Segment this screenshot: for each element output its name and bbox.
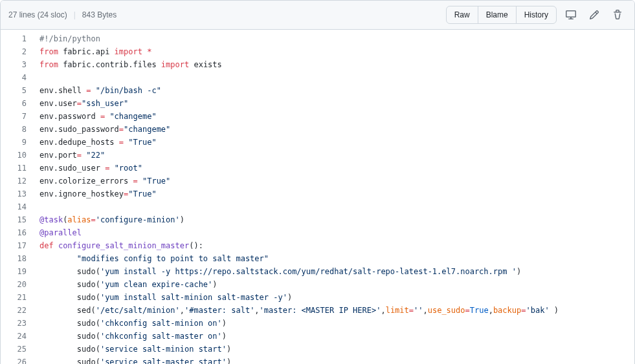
code-line: [39, 200, 634, 213]
code-line: env.password = "changeme": [39, 110, 634, 123]
blame-button[interactable]: Blame: [478, 6, 517, 24]
line-number[interactable]: 12: [1, 175, 27, 187]
line-number[interactable]: 11: [1, 162, 27, 175]
divider: |: [74, 10, 76, 19]
code-line: sudo('yum clean expire-cache'): [39, 278, 634, 291]
file-viewer: 27 lines (24 sloc) | 843 Bytes Raw Blame…: [0, 0, 635, 364]
button-group: Raw Blame History: [446, 6, 557, 24]
lines-count: 27 lines (24 sloc): [8, 10, 67, 19]
code-line: @task(alias='configure-minion'): [39, 213, 634, 226]
line-number[interactable]: 16: [1, 226, 27, 239]
file-actions: Raw Blame History: [446, 6, 627, 24]
line-number[interactable]: 14: [1, 200, 27, 213]
line-number[interactable]: 13: [1, 187, 27, 200]
line-number[interactable]: 8: [1, 123, 27, 136]
line-number[interactable]: 18: [1, 252, 27, 265]
code-line: sudo('service salt-minion start'): [39, 343, 634, 356]
code-line: sudo('chkconfig salt-minion on'): [39, 317, 634, 330]
code-content[interactable]: #!/bin/pythonfrom fabric.api import *fro…: [33, 30, 634, 364]
code-line: env.shell = "/bin/bash -c": [39, 84, 634, 97]
line-number[interactable]: 2: [1, 45, 27, 58]
code-line: def configure_salt_minion_master():: [39, 239, 634, 252]
line-number[interactable]: 26: [1, 356, 27, 364]
code-line: sudo('yum install salt-minion salt-maste…: [39, 291, 634, 304]
code-line: "modifies config to point to salt master…: [39, 252, 634, 265]
line-number[interactable]: 19: [1, 265, 27, 278]
line-number[interactable]: 10: [1, 149, 27, 162]
code-line: env.user="ssh_user": [39, 97, 634, 110]
line-number[interactable]: 15: [1, 213, 27, 226]
line-number[interactable]: 25: [1, 343, 27, 356]
trash-icon[interactable]: [608, 6, 627, 24]
code-line: from fabric.api import *: [39, 45, 634, 58]
code-line: sed('/etc/salt/minion','#master: salt','…: [39, 304, 634, 317]
file-size: 843 Bytes: [82, 10, 117, 19]
code-line: env.dedupe_hosts = "True": [39, 136, 634, 149]
desktop-icon[interactable]: [562, 6, 580, 24]
code-line: env.sudo_user = "root": [39, 162, 634, 175]
line-number[interactable]: 6: [1, 97, 27, 110]
line-number[interactable]: 3: [1, 58, 27, 71]
file-header: 27 lines (24 sloc) | 843 Bytes Raw Blame…: [1, 1, 634, 30]
line-number[interactable]: 21: [1, 291, 27, 304]
line-number[interactable]: 1: [1, 32, 27, 45]
code-line: env.port= "22": [39, 149, 634, 162]
line-number[interactable]: 5: [1, 84, 27, 97]
file-info: 27 lines (24 sloc) | 843 Bytes: [8, 10, 117, 19]
raw-button[interactable]: Raw: [446, 6, 478, 24]
code-line: sudo('yum install -y https://repo.saltst…: [39, 265, 634, 278]
line-number[interactable]: 7: [1, 110, 27, 123]
line-number-gutter: 1234567891011121314151617181920212223242…: [1, 30, 33, 364]
line-number[interactable]: 22: [1, 304, 27, 317]
code-line: #!/bin/python: [39, 32, 634, 45]
code-line: [39, 71, 634, 84]
code-line: from fabric.contrib.files import exists: [39, 58, 634, 71]
line-number[interactable]: 23: [1, 317, 27, 330]
code-line: @parallel: [39, 226, 634, 239]
code-line: sudo('service salt-master start'): [39, 356, 634, 364]
code-line: env.ignore_hostkey="True": [39, 187, 634, 200]
line-number[interactable]: 20: [1, 278, 27, 291]
code-area: 1234567891011121314151617181920212223242…: [1, 30, 634, 364]
line-number[interactable]: 4: [1, 71, 27, 84]
code-line: env.colorize_errors = "True": [39, 175, 634, 187]
line-number[interactable]: 17: [1, 239, 27, 252]
code-line: env.sudo_password="changeme": [39, 123, 634, 136]
code-line: sudo('chkconfig salt-master on'): [39, 330, 634, 343]
history-button[interactable]: History: [516, 6, 557, 24]
line-number[interactable]: 9: [1, 136, 27, 149]
pencil-icon[interactable]: [585, 6, 603, 24]
line-number[interactable]: 24: [1, 330, 27, 343]
